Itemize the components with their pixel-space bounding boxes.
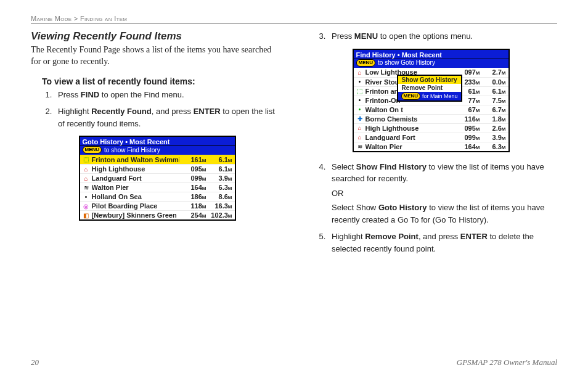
device2-title: Find History • Most Recent	[354, 50, 508, 59]
row-icon: ⬚	[356, 88, 364, 94]
step-4-or: OR	[332, 187, 557, 200]
steps-right-b: Select Show Find History to view the lis…	[328, 161, 557, 255]
row-distance: 095M	[453, 125, 480, 132]
row-name: High Lighthouse	[92, 165, 179, 173]
running-head-right: Finding an Item	[80, 15, 127, 22]
running-head-sep: >	[74, 15, 78, 22]
device1-hint: MENU to show Find History	[80, 146, 235, 155]
row-bearing: 1.8M	[480, 115, 506, 123]
list-item: ✚Borno Chemists116M1.8M	[354, 114, 508, 123]
left-column: Viewing Recently Found Items The Recentl…	[31, 30, 284, 260]
row-name: Walton Pier	[92, 184, 179, 191]
row-icon: ⌂	[83, 166, 90, 173]
row-icon: •	[356, 78, 364, 85]
step-2: Highlight Recently Found, and press ENTE…	[54, 105, 284, 129]
row-icon: ≋	[83, 184, 90, 191]
section-title: Viewing Recently Found Items	[31, 30, 284, 43]
row-distance: 164M	[179, 184, 206, 191]
list-item: •Holland On Sea186M8.6M	[80, 192, 235, 201]
list-item: ◎Pilot Boarding Place118M16.3M	[80, 201, 235, 210]
row-distance: 095M	[179, 165, 206, 173]
device1-title: Goto History • Most Recent	[80, 137, 235, 146]
step-4: Select Show Find History to view the lis…	[328, 161, 557, 226]
row-distance: 67M	[453, 106, 480, 113]
row-icon: ◧	[83, 212, 90, 219]
device2-popup-menu: Show Goto History Remove Point MENU for …	[397, 75, 462, 102]
running-head: Marine Mode > Finding an Item	[31, 15, 557, 22]
row-name: [Newbury] Skinners Green	[92, 211, 179, 219]
list-item: ⌂Landguard Fort099M3.9M	[80, 173, 235, 182]
row-icon: ⌂	[356, 69, 364, 76]
device2-hint-text: to show Goto History	[378, 59, 435, 66]
list-item: •Walton On t67M6.7M	[354, 105, 508, 114]
row-bearing: 7.5M	[480, 97, 506, 104]
step-3: Press MENU to open the options menu.	[328, 30, 557, 43]
list-item: ⌂High Lighthouse095M2.6M	[354, 123, 508, 133]
row-name: Borno Chemists	[365, 115, 453, 123]
row-icon: ⬚	[83, 156, 90, 163]
popup-hint: MENU for Main Menu	[398, 92, 461, 100]
row-distance: 116M	[453, 115, 480, 123]
row-bearing: 3.9M	[480, 134, 506, 141]
row-icon: ⌂	[356, 125, 364, 131]
row-name: Landguard Fort	[92, 174, 179, 182]
row-bearing: 0.0M	[480, 78, 506, 86]
task-title: To view a list of recently found items:	[42, 76, 284, 86]
running-head-left: Marine Mode	[31, 15, 71, 22]
menu-icon: MENU	[356, 59, 376, 67]
row-distance: 161M	[179, 156, 206, 163]
row-distance: 099M	[453, 134, 480, 141]
device-screenshot-goto-history: Goto History • Most Recent MENU to show …	[79, 136, 236, 221]
list-item: ◧[Newbury] Skinners Green254M102.3M	[80, 210, 235, 219]
steps-left: Press FIND to open the Find menu. Highli…	[54, 89, 284, 130]
manual-name: GPSMAP 278 Owner's Manual	[457, 358, 557, 367]
two-column-layout: Viewing Recently Found Items The Recentl…	[31, 30, 557, 260]
row-bearing: 6.3M	[480, 143, 506, 150]
step-5: Highlight Remove Point, and press ENTER …	[328, 231, 557, 255]
page-number: 20	[31, 358, 39, 367]
row-name: Walton On t	[365, 106, 453, 113]
row-icon: •	[83, 194, 90, 200]
menu-icon: MENU	[401, 92, 421, 100]
row-name: High Lighthouse	[365, 125, 453, 132]
row-bearing: 8.6M	[206, 193, 232, 200]
row-bearing: 2.6M	[480, 125, 506, 132]
row-bearing: 6.3M	[206, 184, 232, 191]
row-distance: 099M	[179, 174, 206, 182]
list-item: ⬚Frinton and Walton Swimmi161M6.1M	[80, 155, 235, 164]
steps-right-a: Press MENU to open the options menu.	[328, 30, 557, 43]
row-icon: •	[356, 106, 364, 113]
device1-list: ⬚Frinton and Walton Swimmi161M6.1M⌂High …	[80, 155, 235, 219]
row-bearing: 102.3M	[206, 211, 232, 219]
row-distance: 118M	[179, 202, 206, 210]
row-name: Landguard Fort	[365, 134, 453, 141]
row-bearing: 6.1M	[206, 165, 232, 173]
manual-page: Marine Mode > Finding an Item Viewing Re…	[0, 0, 588, 381]
row-bearing: 6.7M	[480, 106, 506, 113]
popup-item-show-goto-history: Show Goto History	[398, 76, 461, 84]
device2-hint: MENU to show Goto History	[354, 59, 508, 68]
row-name: Frinton and Walton Swimmi	[92, 156, 179, 163]
row-bearing: 2.7M	[480, 68, 506, 76]
popup-item-remove-point: Remove Point	[398, 84, 461, 92]
row-bearing: 6.1M	[206, 156, 232, 163]
row-bearing: 16.3M	[206, 202, 232, 210]
device-screenshot-find-history: Find History • Most Recent MENU to show …	[353, 49, 510, 152]
row-bearing: 3.9M	[206, 174, 232, 182]
list-item: ≋Walton Pier164M6.3M	[354, 142, 508, 151]
row-bearing: 6.1M	[480, 88, 506, 95]
row-distance: 186M	[179, 193, 206, 200]
list-item: ⌂High Lighthouse095M6.1M	[80, 164, 235, 173]
row-distance: 254M	[179, 211, 206, 219]
page-footer: 20 GPSMAP 278 Owner's Manual	[31, 358, 557, 367]
row-icon: ⌂	[83, 175, 90, 182]
list-item: ⌂Landguard Fort099M3.9M	[354, 133, 508, 142]
menu-icon: MENU	[83, 146, 102, 154]
row-icon: ✚	[356, 115, 364, 122]
section-lead: The Recently Found Page shows a list of …	[31, 44, 284, 68]
row-name: Walton Pier	[365, 143, 453, 150]
list-item: ≋Walton Pier164M6.3M	[80, 182, 235, 192]
row-icon: ⌂	[356, 134, 364, 141]
device1-hint-text: to show Find History	[104, 147, 160, 154]
row-name: Holland On Sea	[92, 193, 179, 200]
